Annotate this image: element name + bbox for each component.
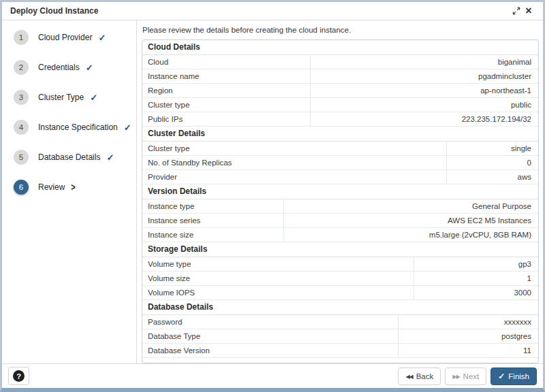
next-button-label: Next (463, 372, 480, 380)
review-panel: Please review the details before creatin… (137, 20, 543, 363)
section-title: Version Details (142, 184, 538, 199)
row-label: Cluster type (142, 142, 447, 155)
row-label: Provider (142, 170, 447, 184)
review-instruction: Please review the details before creatin… (142, 26, 539, 34)
table-row: Database Version 11 (142, 344, 538, 358)
question-mark-icon: ? (13, 370, 25, 382)
row-label: Database Version (142, 344, 399, 357)
section-database-details: Database Details Password xxxxxxx Databa… (142, 300, 538, 358)
dialog-title: Deploy Cloud Instance (10, 6, 98, 16)
dialog-body: 1 Cloud Provider ✓ 2 Credentials ✓ 3 Clu… (2, 20, 543, 363)
back-button-label: Back (416, 372, 434, 380)
step-number-badge: 4 (14, 120, 29, 135)
table-row: Database Type postgres (142, 329, 538, 344)
table-row: Volume size 1 (142, 272, 538, 286)
table-row: Instance type General Purpose (142, 199, 538, 214)
help-button[interactable]: ? (8, 367, 29, 385)
row-label: Cloud (142, 55, 311, 69)
section-version-details: Version Details Instance type General Pu… (142, 184, 538, 242)
row-value: General Purpose (284, 199, 538, 213)
table-row: Public IPs 223.235.172.194/32 (142, 112, 538, 127)
table-row: Cloud biganimal (142, 55, 538, 69)
row-value: public (311, 98, 538, 112)
step-label: Instance Specification (38, 122, 118, 132)
step-cluster-type[interactable]: 3 Cluster Type ✓ (2, 82, 136, 112)
row-value: 3000 (414, 286, 538, 299)
row-value: postgres (399, 329, 538, 343)
table-row: Region ap-northeast-1 (142, 84, 538, 98)
row-value: biganimal (311, 55, 538, 69)
back-button[interactable]: ◀◀ Back (398, 368, 441, 385)
section-title: Storage Details (142, 242, 538, 257)
row-label: Instance name (142, 69, 311, 83)
table-row: Cluster type public (142, 98, 538, 112)
close-icon[interactable]: × (523, 5, 535, 17)
row-value: xxxxxxx (399, 315, 538, 329)
table-row: Volume type gp3 (142, 257, 538, 272)
table-row: Instance name pgadmincluster (142, 69, 538, 84)
step-number-badge: 5 (14, 150, 29, 165)
step-review[interactable]: 6 Review > (2, 172, 136, 202)
step-label: Review (38, 182, 65, 192)
check-icon: ✓ (124, 122, 131, 133)
row-label: Cluster type (142, 98, 311, 112)
step-database-details[interactable]: 5 Database Details ✓ (2, 142, 136, 172)
row-value: 223.235.172.194/32 (311, 112, 538, 126)
check-icon: ✓ (106, 152, 114, 163)
row-label: Volume size (142, 272, 414, 285)
row-label: No. of Standby Replicas (142, 156, 447, 169)
step-label: Credentials (38, 63, 80, 72)
step-number-badge: 1 (14, 30, 29, 45)
row-label: Instance type (142, 199, 284, 213)
section-cloud-details: Cloud Details Cloud biganimal Instance n… (142, 40, 538, 127)
row-value: m5.large (2vCPU, 8GB RAM) (284, 228, 538, 242)
finish-button-label: Finish (508, 372, 529, 380)
maximize-icon[interactable] (510, 5, 523, 17)
row-value: single (447, 142, 538, 155)
row-value: pgadmincluster (311, 69, 538, 83)
check-icon: ✓ (90, 93, 97, 103)
table-row: Password xxxxxxx (142, 315, 538, 329)
review-details-table: Cloud Details Cloud biganimal Instance n… (142, 39, 539, 363)
table-row: Provider aws (142, 170, 538, 184)
dialog-footer: ? ◀◀ Back ▶▶ Next ✓ Finish (2, 363, 543, 388)
row-value: AWS EC2 M5 Instances (284, 214, 538, 227)
step-number-badge: 6 (14, 180, 29, 195)
step-label: Cloud Provider (38, 33, 92, 42)
wizard-steps-sidebar: 1 Cloud Provider ✓ 2 Credentials ✓ 3 Clu… (2, 20, 137, 363)
row-label: Password (142, 315, 399, 329)
check-icon: ✓ (498, 372, 505, 381)
next-button[interactable]: ▶▶ Next (445, 368, 486, 385)
finish-button[interactable]: ✓ Finish (490, 368, 537, 385)
step-number-badge: 3 (14, 90, 29, 105)
section-title: Database Details (142, 300, 538, 315)
section-title: Cloud Details (142, 40, 538, 55)
row-value: gp3 (414, 257, 538, 271)
row-label: Region (142, 84, 311, 97)
step-label: Database Details (38, 152, 100, 162)
row-label: Volume type (142, 257, 414, 271)
table-row: Instance size m5.large (2vCPU, 8GB RAM) (142, 228, 538, 242)
table-row: No. of Standby Replicas 0 (142, 156, 538, 170)
dialog-titlebar: Deploy Cloud Instance × (2, 2, 543, 20)
section-storage-details: Storage Details Volume type gp3 Volume s… (142, 242, 538, 300)
step-instance-specification[interactable]: 4 Instance Specification ✓ (2, 112, 136, 142)
check-icon: ✓ (98, 33, 106, 43)
row-value: ap-northeast-1 (311, 84, 538, 97)
deploy-cloud-instance-dialog: Deploy Cloud Instance × 1 Cloud Provider… (0, 0, 545, 392)
row-label: Instance series (142, 214, 284, 227)
row-label: Database Type (142, 329, 399, 343)
step-cloud-provider[interactable]: 1 Cloud Provider ✓ (2, 22, 136, 52)
table-row: Volume IOPS 3000 (142, 286, 538, 300)
double-left-arrow-icon: ◀◀ (405, 374, 412, 380)
row-value: aws (447, 170, 538, 184)
section-cluster-details: Cluster Details Cluster type single No. … (142, 127, 538, 184)
step-credentials[interactable]: 2 Credentials ✓ (2, 52, 136, 82)
row-value: 11 (399, 344, 538, 357)
double-right-arrow-icon: ▶▶ (452, 374, 459, 380)
chevron-right-icon: > (71, 182, 75, 193)
section-title: Cluster Details (142, 127, 538, 142)
check-icon: ✓ (86, 63, 93, 73)
row-value: 1 (414, 272, 538, 285)
row-label: Instance size (142, 228, 284, 242)
